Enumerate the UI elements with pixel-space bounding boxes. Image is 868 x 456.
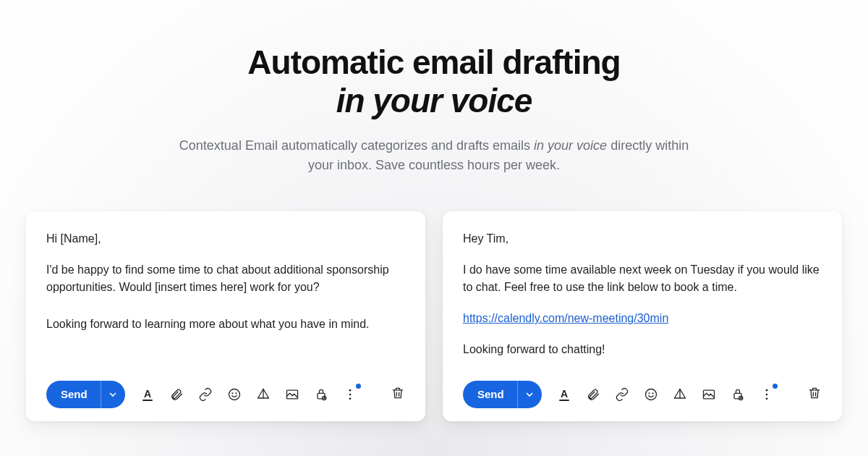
svg-point-4 [236, 393, 237, 394]
svg-point-3 [232, 393, 233, 394]
svg-point-21 [765, 397, 767, 400]
hero-lead: Contextual Email automatically categoriz… [166, 136, 702, 175]
attachment-icon[interactable] [585, 387, 601, 402]
svg-text:A: A [144, 388, 151, 400]
email-link[interactable]: https://calendly.com/new-meeting/30min [463, 312, 668, 324]
hero: Automatic email drafting in your voice C… [0, 0, 868, 175]
send-options-button[interactable] [517, 381, 542, 408]
send-button[interactable]: Send [46, 381, 101, 408]
send-group: Send [463, 381, 542, 408]
confidential-icon[interactable] [313, 387, 329, 402]
notification-dot [356, 384, 361, 389]
email-body[interactable]: Hi [Name], I'd be happy to find some tim… [46, 230, 405, 368]
compose-toolbar: Send A [46, 381, 405, 408]
email-greeting: Hey Tim, [463, 230, 822, 248]
text-format-icon[interactable]: A [556, 387, 572, 402]
format-icons: A [140, 387, 358, 402]
emoji-icon[interactable] [226, 387, 242, 402]
emoji-icon[interactable] [643, 387, 659, 402]
cards-row: Hi [Name], I'd be happy to find some tim… [0, 211, 868, 421]
svg-point-13 [645, 389, 656, 400]
email-body[interactable]: Hey Tim, I do have some time available n… [463, 230, 822, 368]
more-options-icon[interactable] [759, 387, 775, 402]
svg-point-2 [229, 389, 239, 400]
hero-title: Automatic email drafting in your voice [0, 43, 868, 120]
email-paragraph: I do have some time available next week … [463, 261, 822, 297]
caret-down-icon [526, 391, 533, 398]
text-format-icon[interactable]: A [140, 387, 156, 402]
svg-point-19 [765, 389, 767, 392]
compose-card: Hi [Name], I'd be happy to find some tim… [26, 211, 425, 421]
svg-text:A: A [561, 388, 568, 400]
format-icons: A [556, 387, 775, 402]
svg-point-20 [765, 393, 767, 395]
attachment-icon[interactable] [169, 387, 184, 402]
email-greeting: Hi [Name], [46, 230, 405, 248]
hero-title-line1: Automatic email drafting [247, 43, 620, 81]
svg-point-14 [649, 393, 650, 394]
compose-card: Hey Tim, I do have some time available n… [443, 211, 842, 421]
svg-point-15 [652, 393, 653, 394]
more-options-icon[interactable] [342, 387, 358, 402]
confidential-icon[interactable] [730, 387, 746, 402]
send-group: Send [46, 381, 125, 408]
svg-point-9 [349, 393, 351, 395]
link-icon[interactable] [197, 387, 213, 402]
send-options-button[interactable] [101, 381, 125, 408]
compose-toolbar: Send A [463, 381, 822, 408]
svg-point-10 [349, 397, 351, 400]
drive-icon[interactable] [255, 387, 271, 402]
hero-title-line2: in your voice [0, 82, 868, 120]
notification-dot [773, 384, 778, 389]
send-button[interactable]: Send [463, 381, 517, 408]
link-icon[interactable] [614, 387, 630, 402]
email-paragraph: I'd be happy to find some time to chat a… [46, 261, 405, 297]
email-paragraph: Looking forward to learning more about w… [46, 316, 405, 334]
drive-icon[interactable] [672, 387, 688, 402]
caret-down-icon [109, 391, 116, 398]
image-icon[interactable] [701, 387, 717, 402]
discard-icon[interactable] [807, 386, 822, 403]
image-icon[interactable] [284, 387, 300, 402]
email-paragraph: Looking forward to chatting! [463, 341, 822, 359]
svg-point-8 [349, 389, 351, 392]
discard-icon[interactable] [391, 386, 405, 403]
